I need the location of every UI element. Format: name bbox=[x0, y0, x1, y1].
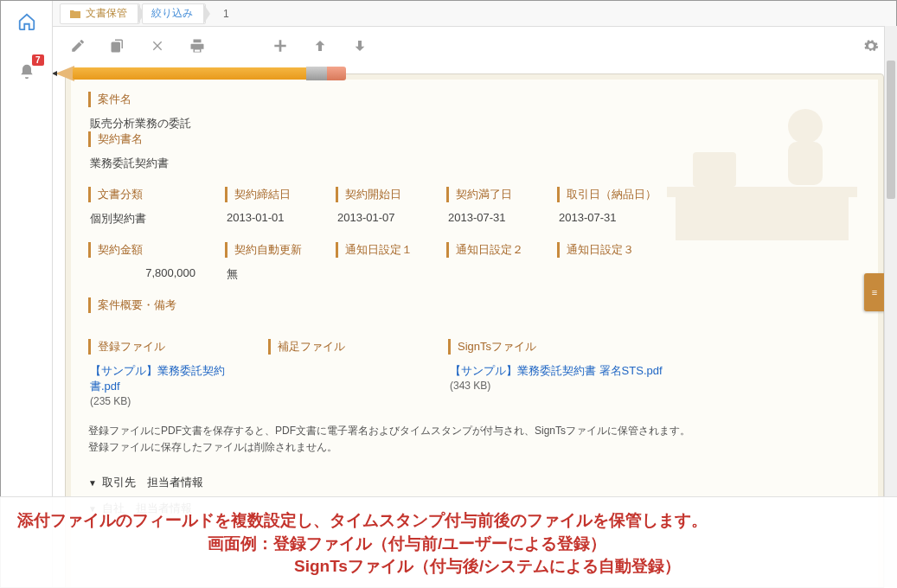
label-start-date: 契約開始日 bbox=[336, 187, 422, 202]
label-supp-file: 補足ファイル bbox=[268, 339, 424, 355]
notification-badge: 7 bbox=[32, 54, 44, 66]
value-auto-renew: 無 bbox=[225, 266, 311, 282]
label-doc-type: 文書分類 bbox=[88, 187, 201, 202]
caption-line3: SignTsファイル（付与後/システムによる自動登録） bbox=[294, 555, 880, 578]
breadcrumb-page: 1 bbox=[223, 8, 229, 20]
label-notify2: 通知日設定２ bbox=[446, 242, 533, 258]
field-conclude-date: 契約締結日 2013-01-01 bbox=[225, 187, 311, 227]
field-end-date: 契約満了日 2013-07-31 bbox=[446, 187, 533, 227]
gear-icon bbox=[863, 38, 879, 54]
field-case-name: 案件名 販売分析業務の委託 bbox=[88, 92, 459, 131]
edit-button[interactable] bbox=[67, 35, 89, 57]
bell-icon bbox=[18, 63, 35, 80]
field-amount: 契約金額 7,800,000 bbox=[88, 242, 201, 282]
home-icon bbox=[17, 12, 36, 31]
label-end-date: 契約満了日 bbox=[446, 187, 533, 202]
pencil-decoration bbox=[73, 65, 367, 85]
add-button[interactable] bbox=[269, 35, 292, 57]
note-line2: 登録ファイルに保存したファイルは削除されません。 bbox=[88, 441, 337, 453]
value-amount: 7,800,000 bbox=[88, 266, 201, 279]
printer-icon bbox=[189, 38, 205, 54]
home-button[interactable] bbox=[6, 4, 48, 39]
value-tx-date: 2013-07-31 bbox=[557, 211, 657, 224]
copy-icon bbox=[110, 38, 125, 54]
caption-line1: 添付ファイルのフィールドを複数設定し、タイムスタンプ付与前後のファイルを保管しま… bbox=[17, 509, 880, 533]
print-button[interactable] bbox=[186, 35, 208, 57]
caption-line2: 画面例：登録ファイル（付与前/ユーザーによる登録） bbox=[208, 533, 880, 555]
value-doc-type: 個別契約書 bbox=[88, 211, 201, 227]
section-partner-label: 取引先 担当者情報 bbox=[102, 475, 203, 490]
field-doc-type: 文書分類 個別契約書 bbox=[88, 187, 201, 227]
label-contract-name: 契約書名 bbox=[88, 131, 459, 147]
field-signts-file: SignTsファイル 【サンプル】業務委託契約書 署名STS.pdf (343 … bbox=[448, 339, 673, 407]
arrow-down-icon bbox=[353, 39, 367, 53]
size-signts-file: (343 KB) bbox=[450, 380, 490, 392]
field-tx-date: 取引日（納品日） 2013-07-31 bbox=[557, 187, 657, 227]
note-line1: 登録ファイルにPDF文書を保存すると、PDF文書に電子署名およびタイムスタンプが… bbox=[88, 425, 690, 437]
plus-icon bbox=[273, 39, 287, 53]
value-end-date: 2013-07-31 bbox=[446, 211, 533, 224]
label-notify3: 通知日設定３ bbox=[557, 242, 644, 258]
down-button[interactable] bbox=[349, 35, 371, 57]
breadcrumb-filter[interactable]: 絞り込み bbox=[142, 3, 206, 24]
value-conclude-date: 2013-01-01 bbox=[225, 211, 311, 224]
caption-overlay: 添付ファイルのフィールドを複数設定し、タイムスタンプ付与前後のファイルを保管しま… bbox=[0, 496, 897, 588]
field-contract-name: 契約書名 業務委託契約書 bbox=[88, 131, 459, 171]
label-case-name: 案件名 bbox=[88, 92, 459, 107]
value-start-date: 2013-01-07 bbox=[336, 211, 422, 224]
value-contract-name: 業務委託契約書 bbox=[88, 156, 459, 171]
label-notify1: 通知日設定１ bbox=[336, 242, 422, 258]
toolbar bbox=[53, 27, 896, 65]
chevron-down-icon: ▼ bbox=[88, 478, 97, 488]
breadcrumb-bar: 文書保管 絞り込み 1 bbox=[53, 1, 896, 27]
breadcrumb-folder[interactable]: 文書保管 bbox=[60, 3, 140, 24]
arrow-up-icon bbox=[313, 39, 327, 53]
field-start-date: 契約開始日 2013-01-07 bbox=[336, 187, 422, 227]
pencil-square-icon bbox=[70, 38, 86, 54]
label-auto-renew: 契約自動更新 bbox=[225, 242, 311, 258]
field-notify3: 通知日設定３ bbox=[557, 242, 644, 282]
close-icon bbox=[151, 39, 164, 53]
field-summary: 案件概要・備考 bbox=[88, 297, 836, 322]
value-case-name: 販売分析業務の委託 bbox=[88, 116, 459, 131]
label-conclude-date: 契約締結日 bbox=[225, 187, 311, 202]
label-summary: 案件概要・備考 bbox=[88, 297, 836, 313]
label-amount: 契約金額 bbox=[88, 242, 201, 258]
label-reg-file: 登録ファイル bbox=[88, 339, 244, 355]
field-auto-renew: 契約自動更新 無 bbox=[225, 242, 311, 282]
breadcrumb-filter-label: 絞り込み bbox=[151, 6, 193, 21]
breadcrumb-folder-label: 文書保管 bbox=[86, 6, 127, 21]
label-tx-date: 取引日（納品日） bbox=[557, 187, 657, 202]
size-reg-file: (235 KB) bbox=[90, 395, 131, 407]
field-notify1: 通知日設定１ bbox=[336, 242, 422, 282]
link-reg-file[interactable]: 【サンプル】業務委託契約書.pdf bbox=[90, 364, 225, 393]
settings-button[interactable] bbox=[860, 35, 882, 57]
field-notify2: 通知日設定２ bbox=[446, 242, 533, 282]
bookmark-tab[interactable]: ≡ bbox=[864, 273, 885, 311]
label-signts-file: SignTsファイル bbox=[448, 339, 673, 355]
field-supp-file: 補足ファイル bbox=[268, 339, 424, 407]
note-text: 登録ファイルにPDF文書を保存すると、PDF文書に電子署名およびタイムスタンプが… bbox=[88, 423, 861, 456]
delete-button[interactable] bbox=[146, 35, 169, 57]
scrollbar-thumb[interactable] bbox=[887, 61, 895, 199]
notification-button[interactable]: 7 bbox=[11, 56, 42, 87]
section-partner[interactable]: ▼ 取引先 担当者情報 bbox=[88, 470, 861, 495]
link-signts-file[interactable]: 【サンプル】業務委託契約書 署名STS.pdf bbox=[450, 364, 663, 377]
up-button[interactable] bbox=[309, 35, 331, 57]
field-reg-file: 登録ファイル 【サンプル】業務委託契約書.pdf (235 KB) bbox=[88, 339, 244, 407]
copy-button[interactable] bbox=[106, 35, 129, 57]
folder-icon bbox=[69, 9, 81, 19]
